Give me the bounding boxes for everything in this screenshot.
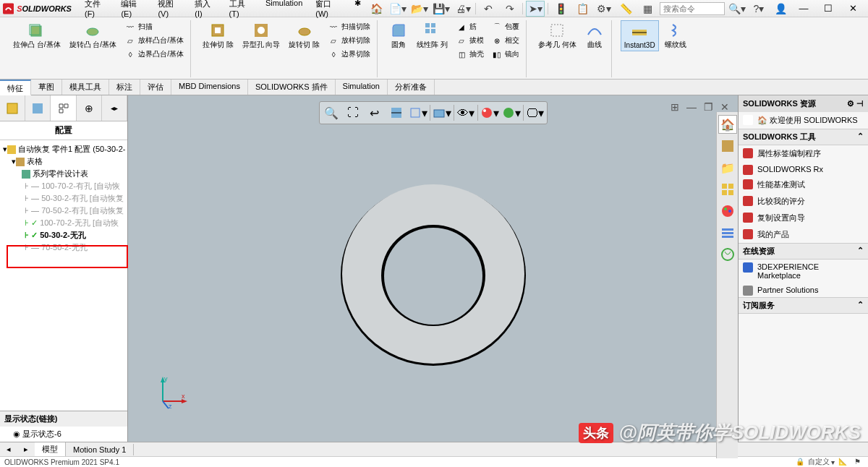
zoom-area-icon[interactable]: ⛶ (343, 103, 363, 122)
section-icon[interactable] (386, 103, 407, 122)
menu-simulation[interactable]: Simulation (260, 0, 308, 20)
menu-view[interactable]: 视图(V) (152, 0, 187, 20)
tab-mold[interactable]: 模具工具 (62, 80, 109, 95)
shell-button[interactable]: ◫抽壳 (454, 48, 486, 61)
cut-revolve-button[interactable]: 旋转切 除 (286, 20, 323, 50)
tab-sketch[interactable]: 草图 (31, 80, 62, 95)
cut-boundary-button[interactable]: ◊边界切除 (326, 48, 373, 61)
close-button[interactable]: ✕ (842, 3, 864, 14)
tree-root[interactable]: ▾ 自动恢复 零件1 配置 (50-30-2-无 (1, 143, 126, 155)
fm-tab-config[interactable] (51, 95, 76, 121)
resources-gear-icon[interactable]: ⚙ ⊣ (847, 99, 864, 108)
extrude-boss-button[interactable]: 拉伸凸 台/基体 (10, 20, 64, 50)
menu-insert[interactable]: 插入(I) (189, 0, 221, 20)
fm-tab-dim[interactable]: ⊕ (77, 95, 102, 121)
btab-scroll-left[interactable]: ◂ (0, 445, 17, 454)
display-style-icon[interactable]: ▾ (432, 103, 452, 122)
tp-forum-icon[interactable] (718, 245, 737, 264)
rebuild-icon[interactable]: 📋 (573, 1, 592, 17)
instant3d-button[interactable]: Instant3D (621, 20, 659, 51)
sweep-button[interactable]: 〰扫描 (122, 20, 186, 33)
open-icon[interactable]: 📂▾ (410, 1, 429, 17)
new-icon[interactable]: 📄▾ (388, 1, 407, 17)
online-partner[interactable]: Partner Solutions (739, 283, 868, 297)
tool-tag-editor[interactable]: 属性标签编制程序 (739, 145, 868, 162)
status-flag-icon[interactable]: ⚑ (851, 458, 864, 466)
print-icon[interactable]: 🖨▾ (454, 1, 472, 17)
config-item-3[interactable]: ⊦ ✓ 100-70-2-无孔 [自动恢 (1, 217, 126, 229)
tp-appearance-icon[interactable] (718, 202, 737, 220)
display-state-item[interactable]: ◉ 显示状态-6 (0, 427, 127, 442)
appearance-icon[interactable]: ▾ (480, 103, 500, 122)
ruler-icon[interactable]: 📏 (616, 1, 635, 17)
btab-motion[interactable]: Motion Study 1 (66, 444, 134, 455)
tab-addins[interactable]: SOLIDWORKS 插件 (248, 80, 336, 95)
pattern-button[interactable]: 线性阵 列 (414, 20, 451, 50)
fm-tab-tree[interactable] (0, 95, 25, 121)
login-icon[interactable]: 👤 (771, 1, 790, 17)
minimize-button[interactable]: — (793, 3, 814, 14)
vp-grid-icon[interactable]: ⊞ (671, 101, 679, 113)
tools-section-header[interactable]: SOLIDWORKS 工具⌃ (739, 129, 868, 145)
tp-file-explorer-icon[interactable]: 📁 (718, 158, 737, 177)
menu-tools[interactable]: 工具(T) (224, 0, 258, 20)
loft-button[interactable]: ▱放样凸台/基体 (122, 34, 186, 47)
display-state-header[interactable]: 显示状态(链接) (0, 411, 127, 427)
online-section-header[interactable]: 在线资源⌃ (739, 243, 868, 260)
graphics-viewport[interactable]: 🔍 ⛶ ↩ ▾ ▾ 👁▾ ▾ ▾ 🖵▾ ⊞ — ❐ ✕ (128, 95, 738, 442)
mirror-button[interactable]: ▮▯镜向 (489, 48, 522, 61)
tab-simulation[interactable]: Simulation (336, 80, 388, 95)
maximize-button[interactable]: ☐ (817, 3, 839, 14)
tab-evaluate[interactable]: 评估 (140, 80, 171, 95)
menu-file[interactable]: 文件(F) (79, 0, 114, 20)
orient-icon[interactable]: ▾ (408, 103, 428, 122)
tab-analysis[interactable]: 分析准备 (388, 80, 435, 95)
zoom-fit-icon[interactable]: 🔍 (321, 103, 341, 122)
status-lock-icon[interactable]: 🔒 (793, 458, 807, 466)
menu-window[interactable]: 窗口(W) (310, 0, 347, 20)
tp-home-icon[interactable]: 🏠 (718, 115, 737, 134)
tool-copy-settings[interactable]: 复制设置向导 (739, 210, 868, 226)
tab-features[interactable]: 特征 (0, 80, 31, 95)
options-icon[interactable]: ⚙▾ (595, 1, 613, 17)
scene-icon[interactable]: ▾ (501, 103, 522, 122)
fillet-button[interactable]: 圆角 (386, 20, 411, 50)
select-icon[interactable]: ➤▾ (526, 1, 545, 17)
tool-my-products[interactable]: 我的产品 (739, 226, 868, 243)
traffic-icon[interactable]: 🚦 (551, 1, 570, 17)
intersect-button[interactable]: ⊗相交 (489, 34, 522, 47)
search-input[interactable] (660, 2, 725, 15)
search-glass-icon[interactable]: 🔍▾ (728, 1, 746, 17)
refgeo-button[interactable]: 参考几 何体 (535, 20, 579, 50)
config-item-2[interactable]: ⊦ — 70-50-2-有孔 [自动恢复 (1, 205, 126, 217)
revolve-boss-button[interactable]: 旋转凸 台/基体 (67, 20, 120, 50)
status-custom[interactable]: 自定义 (808, 457, 830, 467)
save-icon[interactable]: 💾▾ (432, 1, 451, 17)
config-item-4[interactable]: ⊦ ✓ 50-30-2-无孔 (1, 229, 126, 241)
cut-loft-button[interactable]: ▱放样切除 (326, 34, 373, 47)
fm-tab-more[interactable]: ◂▸ (102, 95, 127, 121)
menu-pin[interactable]: ✱ (349, 0, 367, 20)
search-cmd-icon[interactable]: ▦ (638, 1, 657, 17)
tab-mbd[interactable]: MBD Dimensions (171, 80, 248, 95)
subscription-header[interactable]: 订阅服务⌃ (739, 297, 868, 314)
vp-restore-icon[interactable]: ❐ (704, 101, 713, 113)
thread-button[interactable]: 螺纹线 (662, 20, 689, 50)
vp-close-icon[interactable]: ✕ (720, 101, 729, 113)
boundary-button[interactable]: ◊边界凸台/基体 (122, 48, 186, 61)
tp-design-lib-icon[interactable] (718, 137, 737, 155)
curves-button[interactable]: 曲线 (582, 20, 607, 50)
home-icon[interactable]: 🏠 (367, 1, 386, 17)
prev-view-icon[interactable]: ↩ (365, 103, 385, 122)
status-ruler-icon[interactable]: 📐 (836, 458, 849, 466)
vp-minimize-icon[interactable]: — (686, 101, 697, 113)
status-dropdown-icon[interactable]: ▾ (831, 458, 835, 466)
tool-benchmark[interactable]: 性能基准测试 (739, 176, 868, 193)
tab-annotate[interactable]: 标注 (109, 80, 140, 95)
config-item-5[interactable]: ⊦ — 70-50-2-无孔 (1, 241, 126, 254)
tp-custom-props-icon[interactable] (718, 223, 737, 242)
help-icon[interactable]: ?▾ (749, 1, 768, 17)
tp-view-palette-icon[interactable] (718, 180, 737, 199)
undo-icon[interactable]: ↶ (479, 1, 498, 17)
view-settings-icon[interactable]: 🖵▾ (525, 103, 545, 122)
